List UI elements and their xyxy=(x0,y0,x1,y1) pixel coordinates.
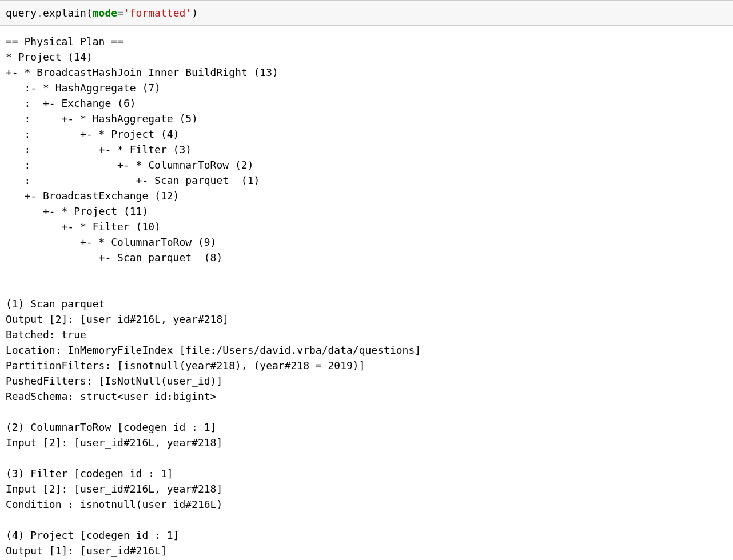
code-token-lparen: ( xyxy=(86,7,93,19)
code-token-argname: mode xyxy=(93,7,117,19)
code-token-rparen: ) xyxy=(192,7,198,19)
code-token-dot: . xyxy=(37,7,43,19)
code-token-eq: = xyxy=(117,7,124,19)
code-token-argvalue: 'formatted' xyxy=(124,7,192,19)
code-output-cell: == Physical Plan == * Project (14) +- * … xyxy=(0,26,733,560)
code-token-method: explain xyxy=(43,7,86,19)
code-token-object: query xyxy=(6,7,37,19)
code-input-cell: query.explain(mode='formatted') xyxy=(0,0,733,26)
